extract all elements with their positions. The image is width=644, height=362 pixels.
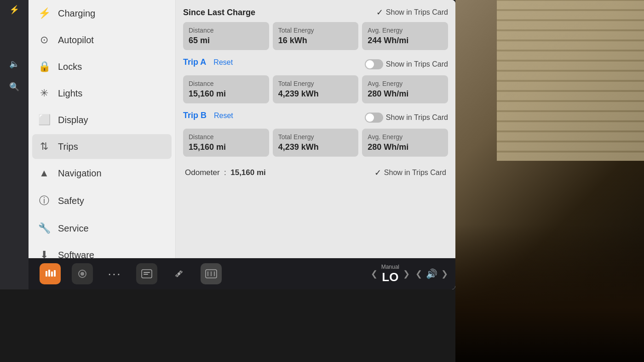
sidebar-item-service[interactable]: 🔧 Service xyxy=(29,215,175,242)
autopilot-icon: ⊙ xyxy=(38,34,51,46)
since-last-charge-show-trips[interactable]: ✓ Show in Trips Card xyxy=(376,7,448,17)
left-strip-audio[interactable]: 🔈 xyxy=(9,59,19,69)
since-last-charge-total-energy: Total Energy 16 kWh xyxy=(273,22,359,50)
odometer-show-trips[interactable]: ✓ Show in Trips Card xyxy=(374,168,446,178)
trip-a-distance-value: 15,160 mi xyxy=(189,89,264,99)
since-last-charge-total-energy-value: 16 kWh xyxy=(278,36,353,45)
sidebar-item-charging[interactable]: ⚡ Charging xyxy=(29,0,175,27)
volume-prev-button[interactable]: ❮ xyxy=(415,269,422,279)
odometer-label: Odometer xyxy=(185,168,220,177)
since-last-charge-avg-energy: Avg. Energy 244 Wh/mi xyxy=(362,22,448,50)
odometer-label-text: Odometer : 15,160 mi xyxy=(185,168,266,177)
lights-icon: ✳ xyxy=(38,87,51,99)
trip-b-distance-value: 15,160 mi xyxy=(189,142,264,152)
locks-icon: 🔒 xyxy=(38,61,51,73)
navigation-icon: ▲ xyxy=(38,167,51,179)
svg-rect-1 xyxy=(48,270,50,277)
trip-a-distance: Distance 15,160 mi xyxy=(183,75,269,103)
sidebar-item-locks[interactable]: 🔒 Locks xyxy=(29,53,175,80)
trip-a-label: Trip A xyxy=(183,57,206,67)
sidebar-item-lights[interactable]: ✳ Lights xyxy=(29,80,175,107)
climate-value-display: LO xyxy=(381,270,399,284)
trip-a-total-energy: Total Energy 4,239 kWh xyxy=(273,75,359,103)
sidebar-item-trips[interactable]: ⇅ Trips xyxy=(32,134,172,159)
sidebar: ⚡ Charging ⊙ Autopilot 🔒 Locks ✳ Lights … xyxy=(29,0,176,289)
climate-next-button[interactable]: ❯ xyxy=(403,269,410,279)
info-button[interactable] xyxy=(136,263,157,284)
taskbar: 📞 ··· xyxy=(0,258,455,289)
odometer-row: Odometer : 15,160 mi ✓ Show in Trips Car… xyxy=(183,162,448,183)
trip-b-section: Trip B Reset Show in Trips Card Distance… xyxy=(183,111,448,157)
left-strip-search[interactable]: 🔍 xyxy=(9,82,19,92)
camera-button[interactable] xyxy=(72,263,93,284)
bg-bottom-gradient xyxy=(455,224,644,362)
since-last-charge-total-energy-label: Total Energy xyxy=(278,27,353,34)
since-last-charge-title: Since Last Charge xyxy=(183,8,255,17)
svg-rect-2 xyxy=(51,272,53,277)
climate-prev-button[interactable]: ❮ xyxy=(371,269,378,279)
sidebar-charging-label: Charging xyxy=(58,8,95,19)
gauge-button[interactable] xyxy=(201,263,222,284)
display-icon: ⬜ xyxy=(38,114,51,126)
camera-icon xyxy=(77,268,88,279)
trip-a-show-toggle[interactable]: Show in Trips Card xyxy=(365,59,448,69)
trip-b-total-energy: Total Energy 4,239 kWh xyxy=(273,129,359,157)
since-last-charge-distance-label: Distance xyxy=(189,27,264,34)
gauge-icon xyxy=(204,267,218,281)
since-last-charge-avg-energy-label: Avg. Energy xyxy=(368,27,443,34)
sidebar-lights-label: Lights xyxy=(58,88,82,99)
more-button[interactable]: ··· xyxy=(104,263,125,284)
sidebar-service-label: Service xyxy=(58,223,89,234)
left-strip-bolt[interactable]: ⚡ xyxy=(9,5,19,15)
trip-b-avg-energy: Avg. Energy 280 Wh/mi xyxy=(362,129,448,157)
info-card-icon xyxy=(141,268,153,280)
trips-main-content: Since Last Charge ✓ Show in Trips Card D… xyxy=(176,0,455,289)
trip-a-header: Trip A Reset Show in Trips Card xyxy=(183,57,448,71)
trip-b-reset-button[interactable]: Reset xyxy=(214,112,233,120)
trip-b-show-label: Show in Trips Card xyxy=(386,113,448,122)
trip-a-section: Trip A Reset Show in Trips Card Distance… xyxy=(183,57,448,103)
trip-a-stats: Distance 15,160 mi Total Energy 4,239 kW… xyxy=(183,75,448,103)
trip-a-reset-button[interactable]: Reset xyxy=(213,58,233,67)
odometer-value: 15,160 mi xyxy=(230,168,266,177)
since-last-charge-header: Since Last Charge ✓ Show in Trips Card xyxy=(183,7,448,17)
svg-rect-7 xyxy=(144,272,150,273)
trip-b-avg-energy-label: Avg. Energy xyxy=(368,133,443,141)
volume-icon: 🔊 xyxy=(426,268,437,279)
trips-icon: ⇅ xyxy=(38,141,51,153)
sidebar-item-autopilot[interactable]: ⊙ Autopilot xyxy=(29,27,175,53)
climate-mode-label: Manual xyxy=(381,264,399,270)
service-icon: 🔧 xyxy=(38,222,51,234)
climate-control: ❮ Manual LO ❯ xyxy=(371,264,410,284)
trip-b-toggle-switch[interactable] xyxy=(365,113,383,123)
trip-b-distance: Distance 15,160 mi xyxy=(183,129,269,157)
sidebar-trips-label: Trips xyxy=(58,141,78,152)
trip-a-toggle-switch[interactable] xyxy=(365,59,383,69)
trip-a-distance-label: Distance xyxy=(189,80,264,87)
trip-a-actions: Trip A Reset xyxy=(183,57,233,67)
volume-next-button[interactable]: ❯ xyxy=(441,269,448,279)
fan-button[interactable] xyxy=(168,263,190,284)
since-last-charge-show-label: Show in Trips Card xyxy=(386,8,448,17)
since-last-charge-distance: Distance 65 mi xyxy=(183,22,269,50)
main-screen: ⚡ Charging ⊙ Autopilot 🔒 Locks ✳ Lights … xyxy=(0,0,455,289)
sidebar-navigation-label: Navigation xyxy=(58,168,102,179)
music-button[interactable] xyxy=(40,263,61,284)
sidebar-display-label: Display xyxy=(58,115,88,125)
trip-a-avg-energy: Avg. Energy 280 Wh/mi xyxy=(362,75,448,103)
trip-b-total-energy-value: 4,239 kWh xyxy=(278,142,353,152)
charging-icon: ⚡ xyxy=(38,7,51,19)
since-last-charge-section: Since Last Charge ✓ Show in Trips Card D… xyxy=(183,7,448,50)
volume-control: ❮ 🔊 ❯ xyxy=(415,268,448,279)
left-strip: ⚡ 🔈 🔍 xyxy=(0,0,29,289)
music-bars-icon xyxy=(45,268,56,279)
trip-b-show-toggle[interactable]: Show in Trips Card xyxy=(365,113,448,123)
sidebar-item-navigation[interactable]: ▲ Navigation xyxy=(29,160,175,187)
svg-rect-0 xyxy=(46,271,47,277)
trip-b-stats: Distance 15,160 mi Total Energy 4,239 kW… xyxy=(183,129,448,157)
trip-a-total-energy-value: 4,239 kWh xyxy=(278,89,353,99)
svg-point-5 xyxy=(80,272,84,276)
sidebar-item-display[interactable]: ⬜ Display xyxy=(29,107,175,133)
sidebar-item-safety[interactable]: ⓘ Safety xyxy=(29,187,175,215)
trip-b-header: Trip B Reset Show in Trips Card xyxy=(183,111,448,124)
